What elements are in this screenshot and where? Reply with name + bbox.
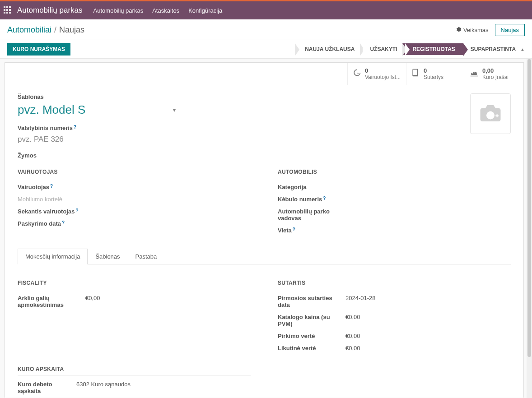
stage-registered[interactable]: REGISTRUOTAS — [402, 43, 463, 55]
action-menu[interactable]: Veiksmas — [455, 26, 489, 34]
tab-note[interactable]: Pastaba — [128, 249, 165, 264]
tab-template[interactable]: Šablonas — [88, 249, 127, 264]
mobility-label: Mobilumo kortelė — [18, 196, 85, 203]
section-driver: VAIRUOTOJAS — [18, 169, 251, 178]
help-icon[interactable]: ? — [62, 221, 65, 225]
gear-icon — [455, 26, 462, 34]
help-icon[interactable]: ? — [293, 227, 295, 232]
menu-config[interactable]: Konfigūracija — [188, 7, 222, 14]
action-menu-label: Veiksmas — [463, 27, 489, 33]
new-button[interactable]: Naujas — [495, 24, 525, 36]
driver-label: Vairuotojas? — [18, 184, 85, 190]
tags-label: Žymos — [18, 152, 452, 159]
fuel-debit-label: Kuro debeto sąskaita — [18, 381, 76, 394]
residual-value-label: Likutinė vertė — [278, 345, 345, 352]
assign-date-label: Paskyrimo data? — [18, 220, 85, 227]
fuel-writeoff-button[interactable]: KURO NURAŠYMAS — [7, 43, 70, 56]
location-label: Vieta? — [278, 227, 345, 234]
breadcrumb-leaf: Naujas — [59, 25, 84, 35]
history-icon — [352, 67, 361, 80]
chassis-label: Kėbulo numeris? — [278, 196, 345, 203]
hp-tax-label: Arklio galių apmokestinimas — [18, 295, 85, 308]
section-vehicle: AUTOMOBILIS — [278, 169, 511, 178]
stage-new-request[interactable]: NAUJA UŽKLAUSA — [295, 43, 363, 55]
purchase-value-label: Pirkimo vertė — [278, 333, 345, 339]
stage-simplified[interactable]: SUPAPRASTINTA — [463, 43, 516, 55]
form-sheet: 0Vairuotojo Ist... 0Sutartys 0,00Kuro Įr… — [5, 62, 524, 398]
purchase-value-value[interactable]: €0,00 — [345, 333, 511, 339]
stat-fuel-entries[interactable]: 0,00Kuro Įrašai — [465, 63, 523, 85]
residual-value-value[interactable]: €0,00 — [345, 345, 511, 352]
category-label: Kategorija — [278, 184, 345, 190]
vertical-scrollbar[interactable] — [527, 59, 532, 398]
camera-plus-icon — [478, 101, 503, 127]
plate-input[interactable]: pvz. PAE 326 — [18, 133, 452, 146]
section-fuel: KURO APSKAITA — [18, 366, 251, 375]
controlbar: Automobiliai / Naujas Veiksmas Naujas — [0, 19, 532, 40]
template-label: Šablonas — [18, 93, 452, 100]
tab-tax-info[interactable]: Mokesčių informacija — [18, 249, 88, 264]
menu-fleet[interactable]: Automobilių parkas — [93, 7, 144, 14]
collapse-caret-icon[interactable]: ▲ — [520, 47, 525, 52]
image-upload[interactable] — [470, 93, 511, 134]
status-row: KURO NURAŠYMAS NAUJA UŽKLAUSA UŽSAKYTI R… — [0, 40, 532, 59]
section-contract: SUTARTIS — [278, 280, 511, 289]
first-contract-date-value[interactable]: 2024-01-28 — [345, 295, 511, 301]
template-input[interactable]: pvz. Model S ▾ — [18, 102, 176, 118]
help-icon[interactable]: ? — [74, 125, 76, 130]
brand-title[interactable]: Automobilių parkas — [17, 6, 83, 15]
help-icon[interactable]: ? — [75, 208, 78, 213]
help-icon[interactable]: ? — [323, 196, 326, 201]
apps-icon[interactable] — [4, 6, 12, 14]
breadcrumb-root[interactable]: Automobiliai — [7, 25, 51, 35]
breadcrumb: Automobiliai / Naujas — [7, 25, 96, 35]
topbar: Automobilių parkas Automobilių parkas At… — [0, 1, 532, 19]
book-icon — [411, 67, 420, 80]
factory-icon — [470, 67, 479, 80]
chevron-down-icon: ▾ — [173, 107, 176, 113]
help-icon[interactable]: ? — [50, 184, 53, 189]
hp-tax-value[interactable]: €0,00 — [85, 295, 251, 301]
section-fiscality: FISCALITY — [18, 280, 251, 289]
plate-label: Valstybinis numeris? — [18, 125, 452, 131]
stat-driver-history[interactable]: 0Vairuotojo Ist... — [347, 63, 406, 85]
breadcrumb-sep: / — [54, 25, 56, 35]
menu-reports[interactable]: Ataskaitos — [152, 7, 179, 14]
first-contract-date-label: Pirmosios sutarties data — [278, 295, 345, 308]
fuel-debit-value[interactable]: 6302 Kuro sąnaudos — [76, 381, 251, 388]
catalog-price-value[interactable]: €0,00 — [345, 314, 511, 320]
next-driver-label: Sekantis vairuotojas? — [18, 208, 85, 215]
stat-contracts[interactable]: 0Sutartys — [406, 63, 465, 85]
manager-label: Automobilių parko vadovas — [278, 208, 345, 222]
catalog-price-label: Katalogo kaina (su PVM) — [278, 314, 345, 327]
